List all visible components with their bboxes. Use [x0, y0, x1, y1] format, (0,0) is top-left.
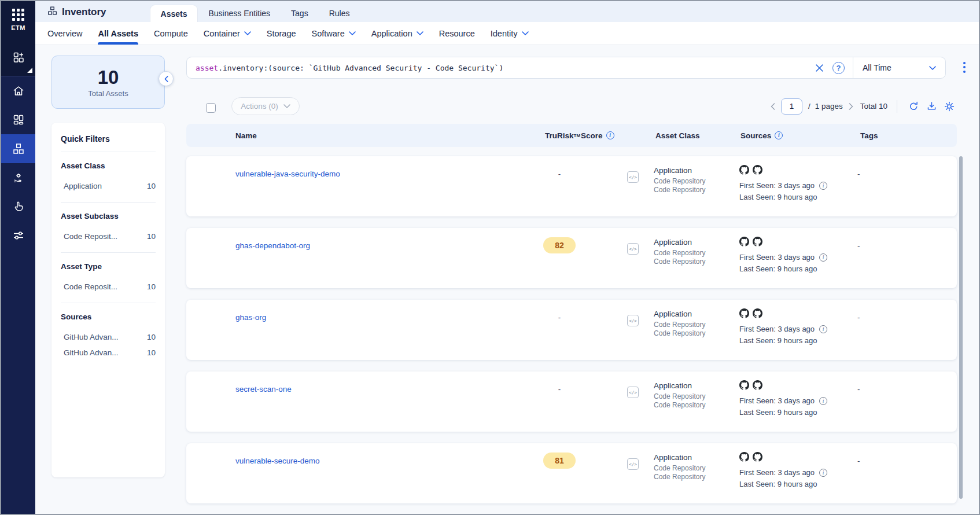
subnav-item-all-assets[interactable]: All Assets	[98, 22, 138, 45]
page-slash: /	[808, 102, 810, 111]
info-icon[interactable]: i	[819, 182, 827, 190]
github-icon	[753, 380, 762, 390]
more-options-icon[interactable]	[960, 59, 969, 75]
asset-row: secret-scan-one - </> Application Code R…	[186, 371, 957, 432]
tags-value: -	[857, 170, 860, 178]
column-header-name[interactable]: Name	[235, 124, 257, 147]
subnav-item-label: Software	[312, 29, 345, 38]
tab-tags[interactable]: Tags	[281, 5, 319, 22]
column-header-asset-class[interactable]: Asset Class	[655, 124, 700, 147]
info-icon[interactable]: i	[819, 325, 827, 333]
vertical-scrollbar[interactable]	[959, 156, 963, 499]
github-icon	[739, 237, 749, 247]
info-icon[interactable]: i	[819, 397, 827, 405]
subnav-item-compute[interactable]: Compute	[154, 22, 188, 45]
info-icon[interactable]: i	[819, 469, 827, 477]
page-number-input[interactable]: 1	[781, 98, 802, 115]
info-icon[interactable]: i	[606, 131, 614, 139]
info-icon[interactable]: i	[819, 253, 827, 262]
gear-hand-icon	[12, 171, 25, 184]
asset-class-value: Application	[654, 166, 705, 175]
asset-subclass-value: Code Repository	[654, 464, 705, 473]
chevron-down-icon	[929, 66, 936, 70]
subnav-item-overview[interactable]: Overview	[47, 22, 82, 45]
search-bar[interactable]: asset.inventory:(source: `GitHub Advance…	[186, 57, 946, 79]
tab-rules[interactable]: Rules	[319, 5, 360, 22]
download-icon[interactable]	[924, 99, 939, 114]
search-query-input[interactable]: asset.inventory:(source: `GitHub Advance…	[187, 64, 815, 72]
github-icon	[753, 165, 762, 175]
sidebar-item-response[interactable]	[1, 192, 35, 221]
subnav-item-storage[interactable]: Storage	[267, 22, 296, 45]
first-seen-value: First Seen: 3 days ago	[739, 395, 815, 407]
asset-class-value: Application	[654, 381, 705, 390]
info-icon[interactable]: i	[775, 131, 783, 139]
subnav-item-resource[interactable]: Resource	[439, 22, 475, 45]
github-icon	[739, 165, 749, 175]
subnav-item-container[interactable]: Container	[204, 22, 251, 45]
code-repository-icon: </>	[627, 387, 639, 398]
expand-corner-icon	[27, 68, 32, 73]
refresh-icon[interactable]	[906, 99, 921, 114]
filter-item-count: 10	[147, 332, 156, 343]
next-page-icon[interactable]	[849, 103, 853, 110]
filter-group-title: Sources	[61, 312, 156, 322]
help-icon[interactable]: ?	[832, 62, 845, 74]
sidebar-item-configuration[interactable]	[1, 221, 35, 250]
column-header-trurisk-score[interactable]: TruRiskTMScore i	[545, 124, 614, 147]
last-seen-value: Last Seen: 9 hours ago	[739, 263, 827, 275]
asset-class-cell: Application Code Repository Code Reposit…	[654, 310, 705, 338]
trurisk-score-cell: -	[537, 309, 581, 325]
column-header-sources[interactable]: Sources i	[740, 124, 783, 147]
subnav-item-application[interactable]: Application	[371, 22, 423, 45]
tab-assets[interactable]: Assets	[150, 5, 198, 22]
first-seen-value: First Seen: 3 days ago	[739, 180, 815, 192]
filter-group-title: Asset Class	[61, 161, 156, 171]
sidebar-item-dashboards[interactable]	[1, 105, 35, 134]
github-icon	[753, 237, 762, 247]
quick-filters-title: Quick Filters	[61, 123, 156, 152]
sidebar-item-home[interactable]	[1, 76, 35, 105]
sidebar-item-module-picker[interactable]	[1, 38, 35, 76]
asset-name-link[interactable]: vulnerable-java-security-demo	[235, 170, 340, 178]
filter-item-code-reposit-[interactable]: Code Reposit...10	[61, 281, 156, 292]
time-range-dropdown[interactable]: All Time	[853, 57, 945, 78]
collapse-panel-button[interactable]	[159, 71, 174, 86]
filter-item-application[interactable]: Application10	[61, 181, 156, 192]
select-all-checkbox[interactable]	[206, 103, 216, 113]
table-header: Name TruRiskTMScore i Asset Class Source…	[186, 124, 957, 147]
subnav-item-software[interactable]: Software	[312, 22, 356, 45]
asset-name-link[interactable]: ghas-dependabot-org	[235, 241, 310, 250]
tab-business-entities[interactable]: Business Entities	[198, 5, 281, 22]
actions-button[interactable]: Actions (0)	[231, 97, 300, 115]
subnav-item-identity[interactable]: Identity	[491, 22, 529, 45]
filter-item-label: Code Reposit...	[64, 281, 117, 292]
sources-cell: First Seen: 3 days ago i Last Seen: 9 ho…	[739, 237, 827, 275]
subnav-item-label: All Assets	[98, 29, 138, 38]
query-token: asset	[196, 64, 218, 72]
chevron-down-icon	[349, 31, 356, 35]
apps-grid-icon	[12, 9, 24, 21]
sidebar-item-inventory[interactable]	[1, 134, 35, 163]
filter-item-github-advan-[interactable]: GitHub Advan...10	[61, 347, 156, 358]
sidebar-item-services[interactable]	[1, 163, 35, 192]
prev-page-icon[interactable]	[771, 103, 775, 110]
filter-group-title: Asset Type	[61, 262, 156, 271]
app-launcher[interactable]: ETM	[1, 1, 35, 38]
filter-item-code-reposit-[interactable]: Code Reposit...10	[61, 231, 156, 242]
column-header-tags[interactable]: Tags	[860, 124, 878, 147]
first-seen-value: First Seen: 3 days ago	[739, 467, 815, 479]
query-rest: .inventory:(source: `GitHub Advanced Sec…	[218, 64, 503, 72]
asset-subclass-value: Code Repository	[654, 392, 705, 401]
gear-icon[interactable]	[942, 99, 957, 114]
inventory-boxes-icon	[12, 142, 25, 155]
asset-name-link[interactable]: secret-scan-one	[235, 385, 292, 393]
asset-name-link[interactable]: vulnerable-secure-demo	[235, 457, 320, 465]
filter-item-github-advan-[interactable]: GitHub Advan...10	[61, 332, 156, 343]
chevron-left-icon	[164, 76, 168, 82]
clear-search-icon[interactable]	[815, 64, 824, 72]
total-assets-card[interactable]: 10 Total Assets	[51, 56, 165, 109]
sources-cell: First Seen: 3 days ago i Last Seen: 9 ho…	[739, 380, 827, 418]
filter-item-label: Application	[64, 181, 102, 192]
asset-name-link[interactable]: ghas-org	[235, 313, 266, 322]
